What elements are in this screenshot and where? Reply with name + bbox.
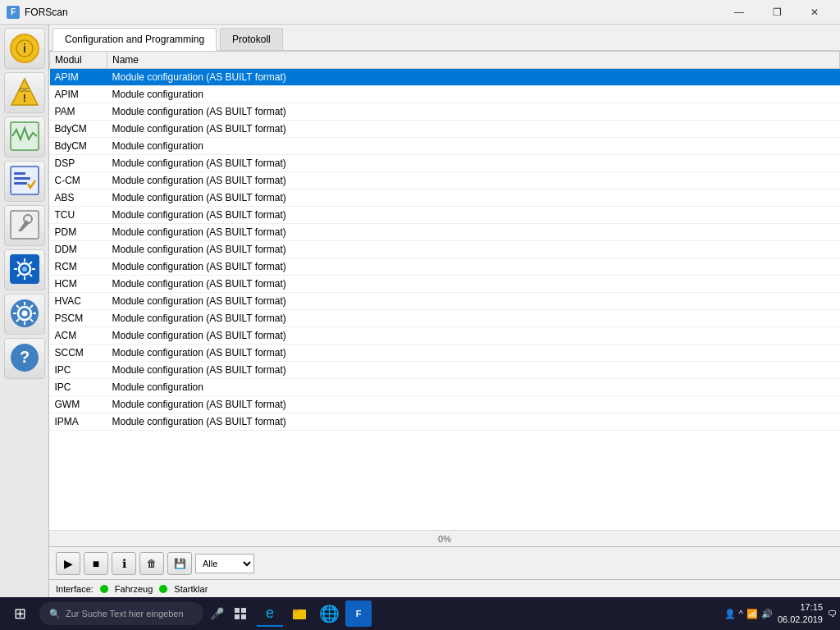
info-button[interactable]: ℹ [112,552,136,575]
notification-icon[interactable]: 🗨 [828,609,837,619]
cell-modul: C-CM [50,172,107,189]
table-row[interactable]: IPMAModule configuration (AS BUILT forma… [50,413,840,431]
sidebar-btn-help[interactable]: ? [4,338,45,379]
sidebar-btn-checklist[interactable] [4,161,45,202]
svg-rect-20 [235,608,240,613]
svg-rect-22 [235,614,240,619]
table-row[interactable]: IPCModule configuration (AS BUILT format… [50,362,840,379]
info-icon: i [10,34,39,63]
cell-name: Module configuration (AS BUILT format) [107,121,840,138]
cell-modul: SCCM [50,345,107,362]
start-button[interactable]: ⊞ [3,597,36,630]
close-button[interactable]: ✕ [796,0,833,25]
time-display: 17:15 [778,601,823,614]
cell-modul: IPC [50,362,107,379]
cell-modul: BdyCM [50,138,107,155]
header-modul: Modul [50,52,107,69]
cell-name: Module configuration [107,86,840,103]
cell-modul: PAM [50,103,107,121]
table-row[interactable]: PDMModule configuration (AS BUILT format… [50,224,840,241]
search-bar: 🔍 Zur Suche Text hier eingeben [39,602,203,625]
tab-config[interactable]: Configuration and Programming [52,28,217,51]
cell-name: Module configuration (AS BUILT format) [107,396,840,413]
tab-protokoll[interactable]: Protokoll [220,28,283,50]
clock[interactable]: 17:15 06.02.2019 [778,601,823,627]
cell-modul: PDM [50,224,107,241]
table-row[interactable]: RCMModule configuration (AS BUILT format… [50,258,840,276]
sidebar-btn-dic[interactable]: ! DIC [4,72,45,113]
cell-name: Module configuration (AS BUILT format) [107,155,840,172]
table-row[interactable]: ABSModule configuration (AS BUILT format… [50,189,840,207]
cell-modul: ABS [50,189,107,207]
table-row[interactable]: IPCModule configuration [50,379,840,396]
save-button[interactable]: 💾 [167,552,192,575]
settings-gray-icon [10,299,39,331]
cell-name: Module configuration (AS BUILT format) [107,293,840,310]
table-row[interactable]: PSCMModule configuration (AS BUILT forma… [50,310,840,327]
table-row[interactable]: SCCMModule configuration (AS BUILT forma… [50,345,840,362]
table-row[interactable]: PAMModule configuration (AS BUILT format… [50,103,840,121]
taskview-button[interactable] [227,600,253,627]
save-icon: 💾 [174,558,186,569]
date-display: 06.02.2019 [778,614,823,626]
table-row[interactable]: C-CMModule configuration (AS BUILT forma… [50,172,840,189]
table-header-row: Modul Name [50,52,840,69]
progress-label: 0% [438,534,451,544]
sidebar-btn-settings-gray[interactable] [4,294,45,335]
minimize-button[interactable]: — [720,0,758,25]
edge2-button[interactable]: 🌐 [316,600,342,627]
table-row[interactable]: APIMModule configuration [50,86,840,103]
cell-modul: HVAC [50,293,107,310]
taskbar: ⊞ 🔍 Zur Suche Text hier eingeben 🎤 e 🌐 F [0,597,840,630]
sidebar-btn-oscilloscope[interactable] [4,116,45,158]
cell-modul: HCM [50,276,107,293]
sidebar-btn-settings-blue[interactable] [4,249,45,290]
chevron-up-icon[interactable]: ^ [739,609,743,619]
table-row[interactable]: BdyCMModule configuration (AS BUILT form… [50,121,840,138]
forscan-taskbar-icon: F [356,609,362,619]
svg-rect-7 [14,172,25,175]
volume-icon[interactable]: 🔊 [761,609,773,619]
delete-button[interactable]: 🗑 [139,552,164,575]
sidebar-btn-info[interactable]: i [4,28,45,69]
explorer-button[interactable] [286,600,313,627]
table-row[interactable]: TCUModule configuration (AS BUILT format… [50,207,840,224]
table-row[interactable]: APIMModule configuration (AS BUILT forma… [50,69,840,86]
cell-modul: RCM [50,258,107,276]
cell-modul: APIM [50,86,107,103]
table-row[interactable]: DDMModule configuration (AS BUILT format… [50,241,840,258]
dic-icon: ! DIC [10,77,39,109]
cell-name: Module configuration [107,138,840,155]
taskview-icon [234,607,247,620]
explorer-icon [292,606,307,621]
stop-icon: ■ [93,557,99,570]
cell-modul: DDM [50,241,107,258]
stop-button[interactable]: ■ [84,552,108,575]
checklist-icon [10,166,39,198]
fahrzeug-label: Fahrzeug [115,584,153,594]
forscan-button[interactable]: F [345,600,372,627]
sidebar-btn-tools[interactable] [4,205,45,246]
table-row[interactable]: HVACModule configuration (AS BUILT forma… [50,293,840,310]
cell-name: Module configuration (AS BUILT format) [107,276,840,293]
table-row[interactable]: DSPModule configuration (AS BUILT format… [50,155,840,172]
wifi-icon: 📶 [746,609,758,619]
content-area: Configuration and Programming Protokoll … [49,25,840,597]
tab-bar: Configuration and Programming Protokoll [49,25,840,51]
module-table-container: Modul Name APIMModule configuration (AS … [49,51,840,530]
edge-button[interactable]: e [257,600,283,627]
maximize-button[interactable]: ❐ [758,0,796,25]
settings-blue-icon [10,254,39,286]
play-button[interactable]: ▶ [56,552,80,575]
table-row[interactable]: BdyCMModule configuration [50,138,840,155]
oscilloscope-icon [10,121,39,153]
table-row[interactable]: GWMModule configuration (AS BUILT format… [50,396,840,413]
svg-text:?: ? [19,348,29,366]
table-row[interactable]: HCMModule configuration (AS BUILT format… [50,276,840,293]
filter-dropdown[interactable]: Alle Option 1 Option 2 [195,554,254,573]
cell-name: Module configuration [107,379,840,396]
table-row[interactable]: ACMModule configuration (AS BUILT format… [50,327,840,345]
tools-icon [10,210,39,242]
app-icon: F [7,6,20,19]
cell-modul: BdyCM [50,121,107,138]
